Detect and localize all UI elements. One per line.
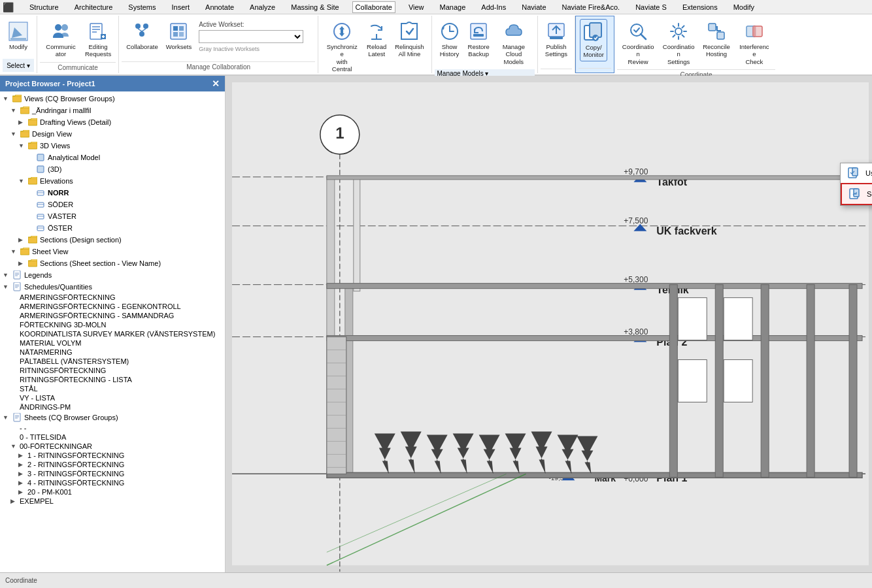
select-link-item[interactable]: Select Link (841, 183, 872, 205)
coordination-settings-btn[interactable]: CoordinationSettings (659, 18, 698, 68)
tree-item-arme3[interactable]: ARMERINGSFÖRTECKNING - SAMMANDRAG (0, 311, 225, 320)
svg-rect-33 (717, 32, 724, 39)
tree-item-rit1[interactable]: RITNINGSFÖRTECKNING (0, 366, 225, 375)
expand-icon-rit-fort3[interactable]: ▶ (18, 470, 27, 477)
tree-item-arme1[interactable]: ARMERINGSFÖRTECKNING (0, 293, 225, 302)
tree-item-arme2[interactable]: ARMERINGSFÖRTECKNING - EGENKONTROLL (0, 302, 225, 311)
tree-item-rit-fort1[interactable]: ▶1 - RITNINGSFÖRTECKNING (0, 451, 225, 460)
tree-item-analytical-model[interactable]: Analytical Model (0, 152, 225, 163)
tree-item-fort-header[interactable]: ▼00-FÖRTECKNINGAR (0, 442, 225, 451)
menu-naviate[interactable]: Naviate (519, 2, 548, 12)
expand-icon-exem[interactable]: ▶ (10, 498, 20, 504)
menu-view[interactable]: View (406, 2, 427, 12)
menu-structure[interactable]: Structure (27, 2, 61, 12)
expand-icon-sections-design[interactable]: ▶ (18, 237, 27, 243)
menu-extensions[interactable]: Extensions (680, 2, 720, 12)
tree-item-fort1[interactable]: FÖRTECKNING 3D-MOLN (0, 320, 225, 329)
menu-massing[interactable]: Massing & Site (288, 2, 341, 12)
expand-icon-fort-header[interactable]: ▼ (10, 443, 20, 449)
tree-item-stal[interactable]: STÅL (0, 384, 225, 393)
tree-item-sections-design[interactable]: ▶Sections (Design section) (0, 234, 225, 246)
expand-icon-rit-fort2[interactable]: ▶ (18, 461, 27, 468)
relinquish-btn[interactable]: RelinquishAll Mine (392, 18, 427, 61)
expand-icon-views-root[interactable]: ▼ (3, 95, 12, 102)
menu-architecture[interactable]: Architecture (72, 2, 116, 12)
modify-btn[interactable]: Modify (4, 18, 33, 53)
tree-item-rit-fort4[interactable]: ▶4 - RITNINGSFÖRTECKNING (0, 478, 225, 487)
menu-naviate-fire[interactable]: Naviate Fire&Aco. (560, 2, 623, 12)
reload-latest-btn[interactable]: ReloadLatest (363, 18, 390, 61)
expand-icon-schedules[interactable]: ▼ (3, 284, 12, 290)
menu-analyze[interactable]: Analyze (247, 2, 278, 12)
editing-requests-btn[interactable]: EditingRequests (82, 18, 114, 61)
tree-item-exem[interactable]: ▶EXEMPEL (0, 497, 225, 506)
tree-item-rit-fort2[interactable]: ▶2 - RITNINGSFÖRTECKNING (0, 460, 225, 469)
expand-icon-rit-fort4[interactable]: ▶ (18, 480, 27, 486)
expand-icon-elevations[interactable]: ▼ (18, 178, 27, 184)
tree-item-pm-k001[interactable]: ▶20 - PM-K001 (0, 487, 225, 497)
expand-icon-sheet-view[interactable]: ▼ (10, 248, 20, 255)
interference-check-btn[interactable]: InterferenceCheck (735, 18, 774, 68)
tree-item-vy[interactable]: VY - LISTA (0, 393, 225, 402)
tree-item-titelsida[interactable]: 0 - TITELSIDA (0, 433, 225, 442)
tree-item-dash[interactable]: - - (0, 423, 225, 433)
worksets-btn[interactable]: Worksets (163, 18, 195, 53)
tree-item-and[interactable]: ÄNDRINGS-PM (0, 402, 225, 412)
tree-item-sheet-view[interactable]: ▼Sheet View (0, 246, 225, 257)
menu-naviate-s[interactable]: Naviate S (633, 2, 669, 12)
use-current-project-item[interactable]: Use Current Project (841, 163, 872, 183)
workset-select[interactable] (199, 30, 303, 43)
ribbon-group-copy-monitor: Copy/Monitor (575, 16, 614, 73)
tree-item-3d[interactable]: (3D) (0, 163, 225, 175)
tree-item-sections-sheet[interactable]: ▶Sections (Sheet section - View Name) (0, 257, 225, 269)
menu-modify[interactable]: Modify (731, 2, 757, 12)
expand-icon-3d-views[interactable]: ▼ (18, 142, 27, 149)
tree-item-koor[interactable]: KOORDINATLISTA SURVEY MARKER (VÄNSTERSYS… (0, 329, 225, 338)
menu-insert[interactable]: Insert (169, 2, 193, 12)
expand-icon-sheets-root[interactable]: ▼ (3, 414, 12, 421)
restore-backup-btn[interactable]: RestoreBackup (465, 18, 493, 61)
menu-annotate[interactable]: Annotate (203, 2, 237, 12)
publish-settings-btn[interactable]: PublishSettings (542, 18, 571, 61)
menu-systems[interactable]: Systems (126, 2, 158, 12)
tree-item-drafting-views[interactable]: ▶Drafting Views (Detail) (0, 116, 225, 128)
tree-item-oester[interactable]: ÖSTER (0, 222, 225, 234)
expand-icon-rit-fort1[interactable]: ▶ (18, 452, 27, 459)
reconcile-hosting-btn[interactable]: ReconcileHosting (699, 18, 733, 61)
tree-item-design-view[interactable]: ▼Design View (0, 128, 225, 140)
canvas-area[interactable]: 1 +9,700 Takfot +7,500 UK fackverk +5,30… (226, 76, 872, 572)
tree-item-pal[interactable]: PÄLTABELL (VÄNSTERSYSTEM) (0, 357, 225, 366)
menu-collaborate[interactable]: Collaborate (352, 1, 395, 13)
expand-icon-changes-root[interactable]: ▼ (10, 107, 20, 114)
tree-item-rit-fort3[interactable]: ▶3 - RITNINGSFÖRTECKNING (0, 469, 225, 478)
show-history-btn[interactable]: ShowHistory (436, 18, 463, 61)
copy-monitor-btn[interactable]: Copy/Monitor (580, 19, 607, 61)
sync-central-btn[interactable]: Synchronizewith Central (322, 18, 361, 76)
tree-item-legends[interactable]: ▼Legends (0, 269, 225, 281)
expand-icon-legends[interactable]: ▼ (3, 272, 12, 278)
expand-icon-drafting-views[interactable]: ▶ (18, 119, 27, 125)
tree-item-elevations[interactable]: ▼Elevations (0, 175, 225, 187)
tree-item-vaester[interactable]: VÄSTER (0, 210, 225, 222)
tree-item-nat[interactable]: NÄTARMERING (0, 348, 225, 357)
tree-item-3d-views[interactable]: ▼3D Views (0, 140, 225, 152)
tree-item-schedules[interactable]: ▼Schedules/Quantities (0, 281, 225, 293)
tree-item-changes-root[interactable]: ▼_Ändringar i mallfil (0, 105, 225, 116)
communicator-btn[interactable]: Communicator (41, 18, 80, 61)
sidebar-close-btn[interactable]: ✕ (212, 78, 220, 89)
tree-item-views-root[interactable]: ▼Views (CQ Browser Groups) (0, 93, 225, 105)
tree-item-norr[interactable]: NORR (0, 187, 225, 199)
tree-item-soeder[interactable]: SÖDER (0, 199, 225, 210)
menu-manage[interactable]: Manage (437, 2, 469, 12)
tree-item-rit2[interactable]: RITNINGSFÖRTECKNING - LISTA (0, 375, 225, 384)
coordination-review-btn[interactable]: CoordinationReview (618, 18, 658, 68)
tree-item-sheets-root[interactable]: ▼Sheets (CQ Browser Groups) (0, 412, 225, 423)
collaborate-btn[interactable]: Collaborate (123, 18, 161, 53)
menu-addins[interactable]: Add-Ins (478, 2, 509, 12)
tree-item-mat[interactable]: MATERIAL VOLYM (0, 338, 225, 348)
manage-cloud-btn[interactable]: ManageCloud Models (494, 18, 533, 68)
select-sublabel[interactable]: Select ▾ (3, 61, 34, 70)
expand-icon-sections-sheet[interactable]: ▶ (18, 260, 27, 267)
expand-icon-pm-k001[interactable]: ▶ (18, 489, 27, 495)
expand-icon-design-view[interactable]: ▼ (10, 131, 20, 137)
